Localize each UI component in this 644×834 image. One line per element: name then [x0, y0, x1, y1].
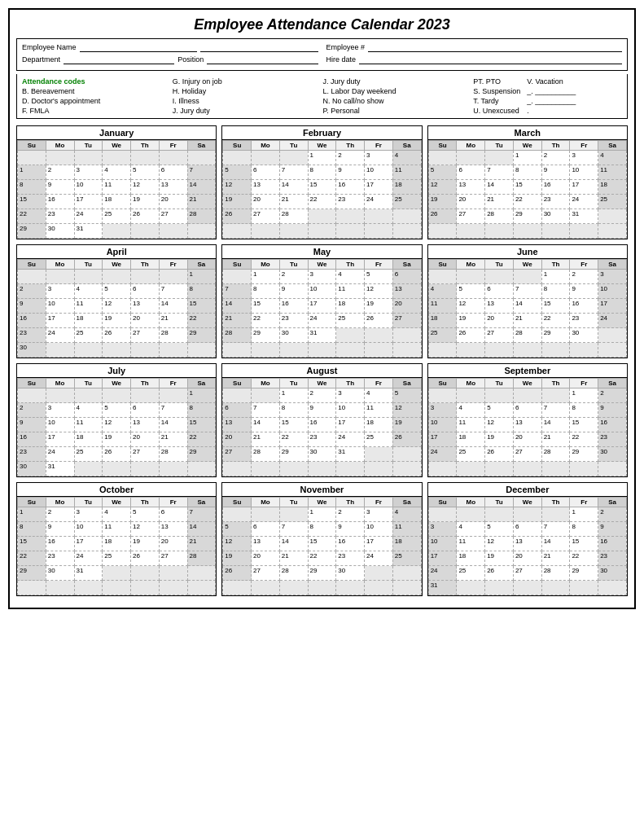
cal-cell[interactable]: 28 — [187, 551, 216, 566]
cal-cell[interactable]: 4 — [336, 270, 365, 284]
cal-cell[interactable]: 17 — [428, 551, 457, 566]
cal-cell[interactable]: 7 — [513, 284, 541, 299]
cal-cell[interactable]: 25 — [103, 209, 131, 224]
cal-cell[interactable]: 13 — [223, 418, 252, 432]
cal-cell[interactable]: 24 — [336, 432, 365, 447]
cal-cell[interactable]: 19 — [365, 299, 393, 314]
position-line[interactable] — [207, 55, 318, 64]
cal-cell[interactable]: 30 — [336, 566, 365, 581]
cal-cell[interactable]: 11 — [103, 180, 131, 195]
cal-cell[interactable]: 1 — [308, 151, 336, 165]
hire-date-line[interactable] — [359, 55, 622, 64]
cal-cell[interactable]: 23 — [46, 551, 74, 566]
cal-cell[interactable]: 8 — [541, 284, 570, 299]
cal-cell[interactable]: 5 — [365, 270, 393, 284]
cal-cell[interactable]: 15 — [279, 418, 308, 432]
cal-cell[interactable]: 25 — [457, 566, 485, 581]
cal-cell[interactable]: 4 — [392, 151, 421, 165]
cal-cell[interactable]: 22 — [308, 195, 336, 209]
cal-cell[interactable]: 28 — [159, 328, 187, 343]
cal-cell[interactable]: 19 — [103, 432, 131, 447]
cal-cell[interactable]: 14 — [223, 299, 252, 314]
cal-cell[interactable]: 18 — [392, 180, 421, 195]
cal-cell[interactable]: 7 — [541, 522, 570, 537]
cal-cell[interactable]: 13 — [252, 180, 280, 195]
cal-cell[interactable]: 11 — [392, 165, 421, 180]
cal-cell[interactable]: 3 — [598, 270, 627, 284]
cal-cell[interactable]: 8 — [18, 522, 46, 537]
cal-cell[interactable]: 10 — [74, 522, 103, 537]
cal-cell[interactable]: 19 — [485, 432, 514, 447]
cal-cell[interactable]: 24 — [46, 328, 74, 343]
cal-cell[interactable]: 15 — [308, 537, 336, 551]
cal-cell[interactable]: 24 — [74, 209, 103, 224]
cal-cell[interactable]: 26 — [485, 447, 514, 462]
cal-cell[interactable]: 13 — [392, 284, 421, 299]
cal-cell[interactable]: 22 — [570, 432, 598, 447]
cal-cell[interactable]: 5 — [103, 403, 131, 418]
cal-cell[interactable]: 12 — [485, 418, 514, 432]
cal-cell[interactable]: 5 — [103, 284, 131, 299]
cal-cell[interactable]: 29 — [570, 566, 598, 581]
cal-cell[interactable]: 19 — [103, 314, 131, 328]
cal-cell[interactable]: 10 — [46, 299, 74, 314]
cal-cell[interactable]: 11 — [103, 522, 131, 537]
cal-cell[interactable]: 3 — [308, 270, 336, 284]
cal-cell[interactable]: 2 — [570, 270, 598, 284]
cal-cell[interactable]: 4 — [74, 403, 103, 418]
cal-cell[interactable]: 4 — [74, 284, 103, 299]
cal-cell[interactable]: 16 — [336, 180, 365, 195]
cal-cell[interactable]: 3 — [46, 403, 74, 418]
cal-cell[interactable]: 2 — [46, 507, 74, 522]
cal-cell[interactable]: 25 — [598, 195, 627, 209]
cal-cell[interactable]: 18 — [392, 537, 421, 551]
cal-cell[interactable]: 20 — [513, 432, 541, 447]
cal-cell[interactable]: 20 — [159, 537, 187, 551]
cal-cell[interactable]: 15 — [513, 180, 541, 195]
cal-cell[interactable]: 12 — [485, 537, 514, 551]
cal-cell[interactable]: 9 — [308, 403, 336, 418]
cal-cell[interactable]: 29 — [252, 328, 280, 343]
cal-cell[interactable]: 29 — [513, 209, 541, 224]
cal-cell[interactable]: 19 — [428, 195, 457, 209]
cal-cell[interactable]: 8 — [279, 403, 308, 418]
cal-cell[interactable]: 23 — [598, 432, 627, 447]
cal-cell[interactable]: 21 — [187, 537, 216, 551]
cal-cell[interactable]: 22 — [187, 432, 216, 447]
cal-cell[interactable]: 3 — [74, 507, 103, 522]
cal-cell[interactable]: 29 — [570, 447, 598, 462]
cal-cell[interactable]: 3 — [428, 522, 457, 537]
cal-cell[interactable]: 20 — [223, 432, 252, 447]
cal-cell[interactable]: 22 — [513, 195, 541, 209]
cal-cell[interactable]: 20 — [457, 195, 485, 209]
cal-cell[interactable]: 15 — [18, 195, 46, 209]
cal-cell[interactable]: 1 — [187, 388, 216, 403]
cal-cell[interactable]: 6 — [252, 165, 280, 180]
cal-cell[interactable]: 26 — [223, 209, 252, 224]
cal-cell[interactable]: 3 — [428, 403, 457, 418]
cal-cell[interactable]: 27 — [223, 447, 252, 462]
cal-cell[interactable]: 9 — [18, 418, 46, 432]
cal-cell[interactable]: 29 — [308, 566, 336, 581]
cal-cell[interactable]: 12 — [428, 180, 457, 195]
cal-cell[interactable]: 27 — [485, 328, 514, 343]
cal-cell[interactable]: 10 — [428, 418, 457, 432]
cal-cell[interactable]: 7 — [187, 507, 216, 522]
cal-cell[interactable]: 5 — [223, 522, 252, 537]
cal-cell[interactable]: 3 — [365, 507, 393, 522]
cal-cell[interactable]: 24 — [365, 195, 393, 209]
cal-cell[interactable]: 19 — [131, 195, 160, 209]
cal-cell[interactable]: 28 — [513, 328, 541, 343]
cal-cell[interactable]: 8 — [187, 403, 216, 418]
cal-cell[interactable]: 14 — [279, 537, 308, 551]
cal-cell[interactable]: 5 — [428, 165, 457, 180]
cal-cell[interactable]: 15 — [570, 537, 598, 551]
cal-cell[interactable]: 30 — [308, 447, 336, 462]
cal-cell[interactable]: 19 — [392, 418, 421, 432]
cal-cell[interactable]: 26 — [131, 551, 160, 566]
cal-cell[interactable]: 10 — [365, 165, 393, 180]
cal-cell[interactable]: 14 — [187, 180, 216, 195]
cal-cell[interactable]: 27 — [131, 328, 160, 343]
cal-cell[interactable]: 19 — [485, 551, 514, 566]
cal-cell[interactable]: 25 — [365, 432, 393, 447]
